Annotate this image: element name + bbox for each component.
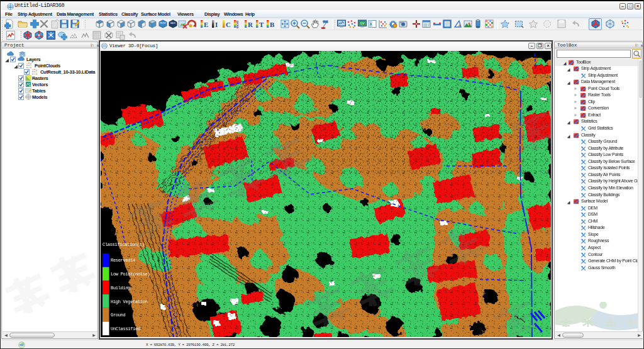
svg-text:I: I [215,21,218,28]
svg-text:E: E [204,21,208,28]
svg-text:GV: GV [360,21,365,25]
svg-text:FRONT: FRONT [160,22,166,25]
svg-text:BACK: BACK [170,22,175,25]
svg-text:Ground: Ground [111,313,126,318]
svg-text:Classification(s): Classification(s) [103,242,144,247]
svg-text:High Vegetation: High Vegetation [111,299,148,304]
svg-text:Building: Building [111,285,130,291]
svg-text:B: B [270,21,275,28]
svg-text:Reserved14: Reserved14 [111,258,135,263]
svg-text:C: C [226,21,231,28]
svg-text:R: R [248,21,253,28]
svg-text:Low Point(noise): Low Point(noise) [111,272,150,277]
svg-text:T: T [259,21,264,28]
svg-text:UnClassified: UnClassified [111,326,140,331]
